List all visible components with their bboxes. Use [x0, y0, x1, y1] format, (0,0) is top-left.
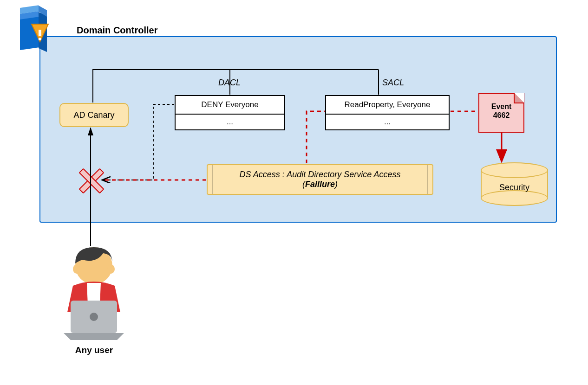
diagram-canvas: Domain Controller AD Canary DACL DENY Ev… [0, 0, 588, 385]
dacl-row-2: ... [175, 115, 285, 130]
dacl-row-1: DENY Everyone [175, 95, 285, 115]
user-label: Any user [58, 345, 130, 355]
svg-rect-7 [39, 38, 41, 40]
user-icon [54, 240, 133, 342]
ad-canary-label: AD Canary [73, 110, 114, 120]
dacl-label: DACL [218, 78, 241, 88]
domain-controller-title: Domain Controller [77, 25, 157, 36]
ds-access-line1: DS Access : Audit Directory Service Acce… [239, 170, 400, 179]
event-line2: 4662 [493, 111, 510, 119]
sacl-table: ReadProperty, Everyone ... [325, 95, 450, 130]
event-4662-doc: Event4662 [478, 93, 523, 131]
svg-point-12 [90, 313, 98, 321]
server-icon [13, 6, 59, 52]
svg-rect-6 [39, 30, 41, 36]
ds-access-box: DS Access : Audit Directory Service Acce… [207, 164, 433, 195]
sacl-row-1: ReadProperty, Everyone [325, 95, 450, 115]
sacl-row-2: ... [325, 115, 450, 130]
svg-point-9 [73, 264, 80, 274]
deny-x-icon [78, 168, 102, 192]
svg-point-10 [107, 264, 115, 274]
ds-access-paren-close: ) [335, 180, 338, 189]
sacl-label: SACL [382, 78, 404, 88]
ds-access-failure: Faillure [305, 180, 335, 189]
security-label: Security [481, 183, 548, 192]
event-line1: Event [491, 103, 512, 110]
security-db: Security [481, 162, 548, 205]
ad-canary-node: AD Canary [59, 103, 129, 127]
dacl-table: DENY Everyone ... [175, 95, 285, 130]
